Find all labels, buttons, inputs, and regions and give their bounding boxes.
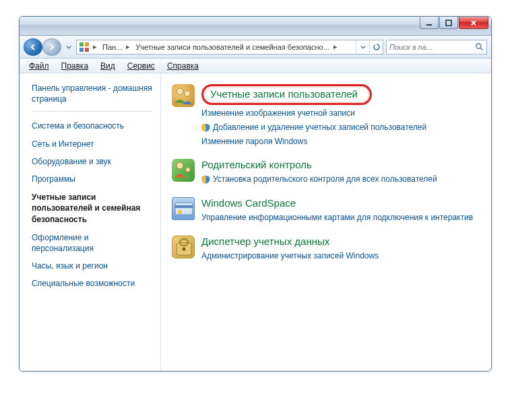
navbar: ▸ Пан... ▸ Учетные записи пользователей … (20, 36, 491, 59)
maximize-button[interactable] (439, 17, 458, 29)
svg-point-16 (183, 247, 186, 250)
address-dropdown[interactable] (356, 40, 369, 54)
link-admin-windows-credentials[interactable]: Администрирование учетных записей Window… (201, 250, 483, 262)
credential-manager-icon (172, 236, 195, 258)
link-parental-controls[interactable]: Родительский контроль (201, 159, 483, 171)
sidebar-item-network[interactable]: Сеть и Интернет (32, 135, 152, 153)
svg-point-9 (177, 162, 183, 169)
svg-rect-1 (446, 20, 451, 26)
search-box[interactable] (386, 40, 487, 55)
link-credential-manager[interactable]: Диспетчер учетных данных (201, 236, 483, 248)
section-parental-controls: Родительский контроль Установка родитель… (172, 159, 483, 185)
search-icon[interactable] (475, 42, 484, 52)
menubar: Файл Правка Вид Сервис Справка (20, 59, 491, 73)
link-add-remove-accounts[interactable]: Добавление и удаление учетных записей по… (201, 122, 483, 133)
parental-controls-icon (172, 159, 195, 182)
menu-file[interactable]: Файл (24, 60, 55, 72)
menu-help[interactable]: Справка (162, 60, 204, 72)
link-user-accounts[interactable]: Учетные записи пользователей (201, 84, 372, 105)
svg-point-6 (476, 43, 481, 48)
nav-back-button[interactable] (24, 38, 42, 56)
user-accounts-icon (172, 84, 195, 107)
svg-point-7 (177, 88, 183, 95)
sidebar-item-ease-of-access[interactable]: Специальные возможности (32, 275, 152, 292)
breadcrumb-current[interactable]: Учетные записи пользователей и семейная … (131, 43, 332, 51)
sidebar-item-programs[interactable]: Программы (32, 170, 152, 188)
link-windows-cardspace[interactable]: Windows CardSpace (201, 197, 483, 209)
titlebar (20, 17, 491, 36)
svg-rect-12 (175, 205, 193, 208)
chevron-right-icon[interactable]: ▸ (125, 42, 131, 51)
minimize-button[interactable] (420, 17, 439, 29)
nav-history-dropdown[interactable] (64, 41, 73, 53)
link-manage-info-cards[interactable]: Управление информационными картами для п… (201, 212, 483, 223)
sidebar-item-current: Учетные записи пользователей и семейная … (32, 188, 152, 229)
sidebar-item-clock-lang-region[interactable]: Часы, язык и регион (32, 257, 152, 275)
search-input[interactable] (389, 43, 474, 51)
menu-view[interactable]: Вид (95, 60, 121, 72)
svg-point-8 (185, 91, 191, 97)
link-change-windows-password[interactable]: Изменение пароля Windows (201, 136, 483, 147)
svg-rect-5 (85, 48, 89, 52)
chevron-right-icon[interactable]: ▸ (92, 42, 98, 51)
content-pane: Учетные записи пользователей Изменение и… (161, 73, 491, 371)
menu-tools[interactable]: Сервис (122, 60, 160, 72)
svg-rect-4 (79, 48, 84, 52)
shield-icon (201, 123, 210, 132)
section-credential-manager: Диспетчер учетных данных Администрирован… (172, 236, 483, 262)
svg-point-10 (186, 168, 191, 172)
svg-point-13 (178, 210, 182, 214)
svg-rect-11 (175, 203, 193, 215)
sidebar-item-appearance[interactable]: Оформление и персонализация (32, 229, 152, 257)
control-panel-icon (78, 41, 90, 53)
nav-buttons (24, 38, 61, 56)
control-panel-window: ▸ Пан... ▸ Учетные записи пользователей … (19, 16, 492, 372)
section-user-accounts: Учетные записи пользователей Изменение и… (172, 84, 483, 147)
address-bar[interactable]: ▸ Пан... ▸ Учетные записи пользователей … (76, 40, 383, 55)
link-change-account-picture[interactable]: Изменение изображения учетной записи (201, 108, 483, 119)
chevron-right-icon[interactable]: ▸ (332, 42, 339, 51)
svg-rect-0 (426, 24, 432, 26)
window-body: Панель управления - домашняя страница Си… (20, 73, 491, 371)
link-setup-parental-controls[interactable]: Установка родительского контроля для все… (201, 174, 483, 185)
cardspace-icon (172, 197, 195, 220)
shield-icon (201, 175, 210, 184)
sidebar: Панель управления - домашняя страница Си… (20, 73, 161, 371)
menu-edit[interactable]: Правка (56, 60, 94, 72)
section-cardspace: Windows CardSpace Управление информацион… (172, 197, 483, 223)
nav-forward-button[interactable] (42, 38, 61, 56)
svg-rect-2 (79, 42, 84, 46)
refresh-button[interactable] (369, 40, 383, 54)
breadcrumb-root[interactable]: Пан... (98, 43, 125, 51)
sidebar-item-system-security[interactable]: Система и безопасность (32, 117, 152, 135)
svg-rect-3 (85, 42, 89, 46)
close-button[interactable] (459, 17, 488, 29)
sidebar-item-hardware-sound[interactable]: Оборудование и звук (32, 153, 152, 170)
sidebar-home-link[interactable]: Панель управления - домашняя страница (32, 83, 152, 112)
